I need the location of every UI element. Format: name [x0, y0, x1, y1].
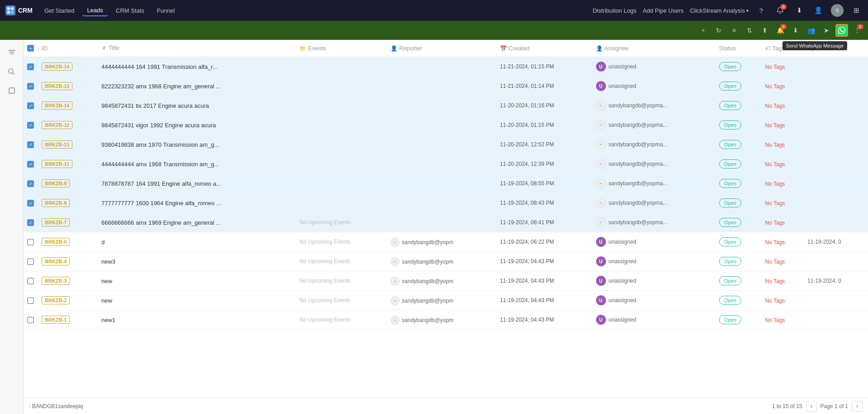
assignee-cell: ~sandybangdb@yopma...: [592, 154, 715, 173]
title-cell[interactable]: new1: [98, 310, 296, 330]
user-add-icon-btn[interactable]: 👤: [812, 4, 825, 17]
download-icon-btn[interactable]: ⬇: [793, 4, 806, 17]
table-row[interactable]: ✓BRKZB-114444444444 amx 1968 Transmissio…: [24, 154, 868, 174]
title-cell[interactable]: new3: [98, 252, 296, 271]
table-row[interactable]: BRKZB-3newNo Upcoming Events≈sandybangdb…: [24, 271, 868, 291]
open-time-cell: [804, 135, 868, 154]
user-plus-button[interactable]: 👥: [805, 24, 817, 37]
events-cell: No Upcoming Events: [296, 252, 387, 271]
prev-page-btn[interactable]: ‹: [806, 401, 817, 412]
title-cell[interactable]: new: [98, 271, 296, 291]
table-row[interactable]: ✓BRKZB-119380419838 amx 1970 Transmissio…: [24, 135, 868, 154]
created-cell: 11-20-2024, 01:16 PM: [496, 96, 592, 116]
row-checkbox[interactable]: ✓: [27, 63, 34, 70]
status-cell: Open: [715, 213, 762, 232]
table-row[interactable]: ✓BRKZB-129845872431 vigor 1992 Engine ac…: [24, 116, 868, 135]
title-cell[interactable]: 7777777777 1600 1964 Engine alfa_romeo .…: [98, 193, 296, 213]
title-cell[interactable]: 9380419838 amx 1970 Transmission am_g...: [98, 135, 296, 154]
user-avatar[interactable]: S: [831, 4, 844, 17]
row-checkbox[interactable]: ✓: [27, 161, 34, 168]
status-cell: Open: [715, 193, 762, 213]
title-cell[interactable]: 8222323232 amx 1968 Engine am_general ..…: [98, 77, 296, 96]
open-time-cell: [804, 116, 868, 135]
notifications-icon-btn[interactable]: 6: [774, 4, 787, 17]
reporter-avatar: ≈: [391, 316, 400, 325]
reporter-cell: [387, 98, 496, 107]
grid-icon-btn[interactable]: ⊞: [850, 4, 863, 17]
assignee-avatar: U: [596, 315, 606, 325]
header-checkbox-cell[interactable]: ▪: [24, 40, 38, 57]
nav-clickstream[interactable]: ClickStream Analysis ▾: [690, 7, 749, 14]
row-checkbox[interactable]: [27, 278, 34, 284]
reporter-cell: ≈sandybangdb@yopm: [387, 233, 496, 251]
add-button[interactable]: ＋: [697, 24, 710, 37]
row-checkbox[interactable]: [27, 317, 34, 323]
table-row[interactable]: ✓BRKZB-76666666666 amx 1969 Engine am_ge…: [24, 213, 868, 232]
row-checkbox[interactable]: [27, 239, 34, 246]
row-checkbox[interactable]: [27, 258, 34, 265]
notifications2-button[interactable]: 🔔 6: [774, 24, 787, 37]
id-badge: BRKZB-1: [42, 316, 70, 324]
more-button[interactable]: ⋮ 5: [851, 24, 863, 37]
title-cell[interactable]: 9845872431 vigor 1992 Engine acura acura: [98, 116, 296, 135]
reporter-cell: ≈sandybangdb@yopm: [387, 253, 496, 271]
table-wrapper[interactable]: ▪ ID ＃Title 📁Events 👤Reporter: [24, 40, 868, 398]
header-checkbox[interactable]: ▪: [27, 45, 34, 52]
title-cell[interactable]: 6666666666 amx 1969 Engine am_general ..…: [98, 213, 296, 232]
row-checkbox[interactable]: ✓: [27, 102, 34, 109]
sidebar-filter-icon[interactable]: [5, 46, 18, 59]
row-checkbox[interactable]: ✓: [27, 141, 34, 148]
title-cell[interactable]: 7878878787 164 1991 Engine alfa_romeo a.…: [98, 174, 296, 193]
table-row[interactable]: BRKZB-4new3No Upcoming Events≈sandybangd…: [24, 252, 868, 271]
tags-cell: No Tags: [762, 291, 804, 310]
table-row[interactable]: BRKZB-5dNo Upcoming Events≈sandybangdb@y…: [24, 232, 868, 252]
whatsapp-button[interactable]: Send WhatsApp Message: [835, 24, 848, 37]
events-cell: [296, 116, 387, 135]
table-row[interactable]: ✓BRKZB-97777777777 1600 1964 Engine alfa…: [24, 193, 868, 213]
title-cell[interactable]: d: [98, 232, 296, 252]
row-checkbox[interactable]: ✓: [27, 200, 34, 207]
title-cell[interactable]: 4444444444 amx 1968 Transmission am_g...: [98, 154, 296, 174]
download2-button[interactable]: ⬇: [789, 24, 802, 37]
row-checkbox[interactable]: ✓: [27, 180, 34, 187]
sidebar-search-icon[interactable]: [5, 65, 18, 78]
refresh-button[interactable]: ↻: [712, 24, 725, 37]
nav-get-started[interactable]: Get Started: [40, 5, 79, 16]
table-row[interactable]: ✓BRKZB-144444444444 164 1991 Transmissio…: [24, 57, 868, 77]
nav-leads[interactable]: Leads: [82, 5, 107, 16]
table-row[interactable]: ✓BRKZB-138222323232 amx 1968 Engine am_g…: [24, 77, 868, 96]
nav-logo[interactable]: CRM: [5, 5, 33, 15]
footer-right: 1 to 15 of 15 ‹ Page 1 of 1 ›: [772, 401, 863, 412]
upload-button[interactable]: ⬆: [758, 24, 771, 37]
id-badge: BRKZB-14: [42, 101, 72, 110]
sidebar-square-icon[interactable]: [5, 84, 18, 97]
share-button[interactable]: ➤: [820, 24, 833, 37]
table-row[interactable]: BRKZB-1new1No Upcoming Events≈sandybangd…: [24, 310, 868, 330]
nav-add-pipe-users[interactable]: Add Pipe Users: [643, 7, 683, 14]
assignee-avatar: ~: [596, 198, 606, 208]
reporter-cell: [387, 137, 496, 146]
nav-distribution-logs[interactable]: Distribution Logs: [592, 7, 636, 14]
help-icon-btn[interactable]: ?: [755, 4, 768, 17]
row-checkbox[interactable]: ✓: [27, 83, 34, 90]
title-cell[interactable]: 9845872431 tlx 2017 Engine acura acura: [98, 96, 296, 116]
row-checkbox[interactable]: ✓: [27, 219, 34, 226]
id-badge: BRKZB-13: [42, 82, 72, 90]
row-checkbox[interactable]: ✓: [27, 122, 34, 129]
table-row[interactable]: ✓BRKZB-149845872431 tlx 2017 Engine acur…: [24, 96, 868, 116]
created-cell: 11-20-2024, 12:52 PM: [496, 135, 592, 154]
sort-button[interactable]: ⇅: [743, 24, 756, 37]
filter-button[interactable]: ≡: [728, 24, 740, 37]
title-cell[interactable]: 4444444444 164 1991 Transmission alfa_r.…: [98, 57, 296, 77]
title-cell[interactable]: new: [98, 291, 296, 310]
row-checkbox[interactable]: [27, 297, 34, 304]
table-row[interactable]: ✓BRKZB-97878878787 164 1991 Engine alfa_…: [24, 174, 868, 193]
nav-funnel[interactable]: Funnel: [153, 5, 180, 16]
id-badge: BRKZB-5: [42, 238, 70, 246]
reporter-cell: [387, 195, 496, 204]
nav-crm-stats[interactable]: CRM Stats: [111, 5, 149, 16]
chevron-down-icon: ▾: [746, 8, 749, 13]
header-assignee: 👤Assignee: [592, 40, 715, 57]
table-row[interactable]: BRKZB-2newNo Upcoming Events≈sandybangdb…: [24, 291, 868, 310]
next-page-btn[interactable]: ›: [852, 401, 863, 412]
